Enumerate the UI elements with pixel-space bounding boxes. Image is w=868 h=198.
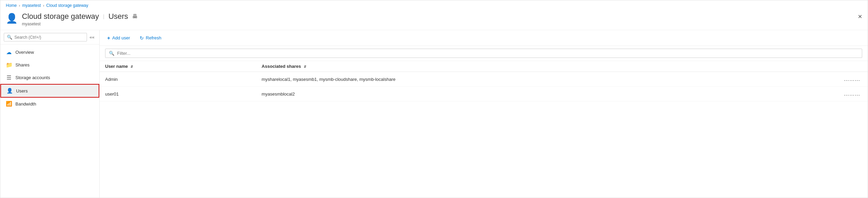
cell-actions-0: ……… bbox=[836, 72, 868, 87]
cell-shares-0: mysharelocal1, myasesmb1, mysmb-cloudsha… bbox=[256, 72, 836, 87]
sort-icon-username: ⇵ bbox=[130, 65, 133, 69]
section-name: Users bbox=[109, 12, 128, 21]
col-header-username[interactable]: User name ⇵ bbox=[100, 61, 256, 72]
user-header-icon: 👤 bbox=[6, 13, 18, 24]
sidebar-item-overview[interactable]: ☁ Overview bbox=[0, 46, 99, 59]
cell-username-1: user01 bbox=[100, 87, 256, 101]
search-input[interactable] bbox=[14, 35, 84, 40]
table-row: Admin mysharelocal1, myasesmb1, mysmb-cl… bbox=[100, 72, 868, 87]
add-user-button[interactable]: + Add user bbox=[105, 34, 132, 42]
sidebar: 🔍 «« ☁ Overview 📁 Shares ☰ bbox=[0, 30, 100, 198]
sidebar-item-bandwidth[interactable]: 📶 Bandwidth bbox=[0, 98, 99, 110]
print-icon[interactable]: 🖶 bbox=[132, 13, 138, 20]
main-layout: 🔍 «« ☁ Overview 📁 Shares ☰ bbox=[0, 30, 868, 198]
breadcrumb-home[interactable]: Home bbox=[6, 3, 17, 8]
sidebar-search-row: 🔍 «« bbox=[0, 30, 99, 45]
cell-username-0: Admin bbox=[100, 72, 256, 87]
resource-name: Cloud storage gateway bbox=[22, 12, 99, 21]
filter-input-box[interactable]: 🔍 bbox=[105, 49, 862, 58]
person-icon: 👤 bbox=[7, 88, 13, 94]
breadcrumb-sep-1: › bbox=[19, 3, 20, 8]
collapse-sidebar-button[interactable]: «« bbox=[88, 34, 96, 40]
refresh-button[interactable]: ↻ Refresh bbox=[138, 34, 164, 42]
col-header-associated-shares[interactable]: Associated shares ⇵ bbox=[256, 61, 836, 72]
table-row: user01 myasesmblocal2 ……… bbox=[100, 87, 868, 101]
content-area: + Add user ↻ Refresh 🔍 bbox=[100, 30, 868, 198]
sidebar-nav: ☁ Overview 📁 Shares ☰ Storage accounts 👤… bbox=[0, 45, 99, 111]
filter-search-icon: 🔍 bbox=[109, 51, 114, 56]
folder-icon: 📁 bbox=[6, 62, 12, 68]
refresh-icon: ↻ bbox=[140, 35, 144, 41]
sidebar-item-label: Users bbox=[16, 88, 28, 94]
page-title: Cloud storage gateway | Users 🖶 bbox=[22, 12, 138, 21]
add-icon: + bbox=[107, 35, 110, 41]
breadcrumb-myasetest[interactable]: myasetest bbox=[22, 3, 41, 8]
breadcrumb-sep-2: › bbox=[43, 3, 44, 8]
toolbar: + Add user ↻ Refresh bbox=[100, 30, 868, 46]
sidebar-item-users[interactable]: 👤 Users bbox=[0, 84, 99, 98]
users-table-container: User name ⇵ Associated shares ⇵ Admin bbox=[100, 61, 868, 198]
sidebar-item-label: Overview bbox=[15, 50, 34, 55]
close-button[interactable]: ✕ bbox=[858, 13, 862, 20]
filter-bar: 🔍 bbox=[100, 46, 868, 61]
sidebar-search-box[interactable]: 🔍 bbox=[4, 33, 87, 41]
breadcrumb-current: Cloud storage gateway bbox=[46, 3, 88, 8]
storage-icon: ☰ bbox=[6, 74, 12, 81]
filter-input[interactable] bbox=[117, 51, 858, 56]
cloud-icon: ☁ bbox=[6, 49, 12, 55]
title-separator: | bbox=[103, 14, 104, 19]
sidebar-item-label: Storage accounts bbox=[15, 75, 50, 80]
sidebar-item-label: Shares bbox=[15, 62, 29, 67]
sidebar-item-storage-accounts[interactable]: ☰ Storage accounts bbox=[0, 71, 99, 84]
sort-icon-shares: ⇵ bbox=[304, 65, 306, 69]
add-user-label: Add user bbox=[112, 35, 130, 40]
row-actions-button-1[interactable]: ……… bbox=[842, 90, 862, 98]
refresh-label: Refresh bbox=[146, 35, 162, 40]
sidebar-item-shares[interactable]: 📁 Shares bbox=[0, 59, 99, 71]
row-actions-button-0[interactable]: ……… bbox=[842, 75, 862, 83]
page-header: 👤 Cloud storage gateway | Users 🖶 myaset… bbox=[0, 11, 868, 30]
breadcrumb: Home › myasetest › Cloud storage gateway bbox=[0, 0, 868, 11]
users-table: User name ⇵ Associated shares ⇵ Admin bbox=[100, 61, 868, 101]
search-icon: 🔍 bbox=[7, 35, 12, 40]
cell-actions-1: ……… bbox=[836, 87, 868, 101]
sidebar-item-label: Bandwidth bbox=[15, 101, 36, 107]
bandwidth-icon: 📶 bbox=[6, 101, 12, 107]
resource-subtitle: myasetest bbox=[22, 22, 138, 26]
cell-shares-1: myasesmblocal2 bbox=[256, 87, 836, 101]
